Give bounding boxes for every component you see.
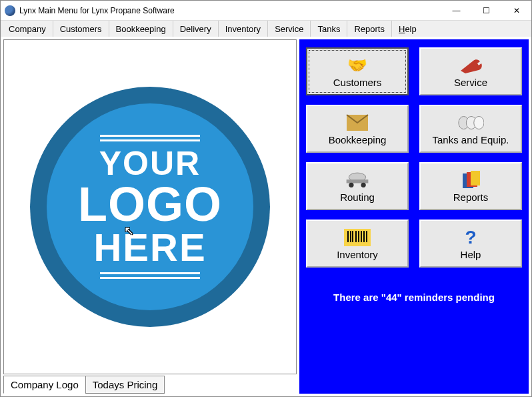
bookkeeping-button[interactable]: Bookkeeping xyxy=(306,105,409,153)
svg-point-7 xyxy=(361,182,365,187)
inventory-button[interactable]: Inventory xyxy=(306,220,409,268)
svg-point-3 xyxy=(474,116,484,129)
menu-tanks[interactable]: Tanks xyxy=(311,21,347,37)
close-button[interactable]: ✕ xyxy=(501,1,531,20)
logo-placeholder: YOUR LOGO HERE xyxy=(30,87,270,327)
menubar: Company Customers Bookkeeping Delivery I… xyxy=(1,21,531,37)
button-label: Routing xyxy=(340,191,375,203)
menu-company[interactable]: Company xyxy=(2,21,53,37)
menu-inventory[interactable]: Inventory xyxy=(219,21,268,37)
tanks-button[interactable]: Tanks and Equip. xyxy=(419,105,522,153)
menu-reports[interactable]: Reports xyxy=(347,21,392,37)
menu-delivery[interactable]: Delivery xyxy=(173,21,219,37)
minimize-button[interactable]: — xyxy=(441,1,471,20)
app-icon xyxy=(5,5,15,16)
button-label: Reports xyxy=(453,191,489,203)
question-icon: ? xyxy=(457,228,484,248)
ledger-icon xyxy=(344,113,371,133)
window-controls: — ☐ ✕ xyxy=(441,1,531,20)
button-grid: 🤝 Customers Service Bookkeeping Tan xyxy=(306,47,522,268)
svg-point-6 xyxy=(349,182,353,187)
menu-customers[interactable]: Customers xyxy=(53,21,109,37)
truck-icon xyxy=(344,170,371,190)
tab-todays-pricing[interactable]: Todays Pricing xyxy=(85,376,165,394)
tab-strip: Company Logo Todays Pricing xyxy=(3,376,297,394)
wrench-icon xyxy=(457,55,484,75)
right-panel: 🤝 Customers Service Bookkeeping Tan xyxy=(299,39,529,394)
routing-button[interactable]: Routing xyxy=(306,162,409,210)
customers-button[interactable]: 🤝 Customers xyxy=(306,47,409,95)
content: YOUR LOGO HERE ↖ Company Logo Todays Pri… xyxy=(1,37,531,396)
reminder-text: There are "44" reminders pending xyxy=(306,292,522,303)
tab-company-logo[interactable]: Company Logo xyxy=(3,376,86,394)
logo-frame: YOUR LOGO HERE ↖ xyxy=(3,39,297,374)
button-label: Customers xyxy=(333,77,382,88)
button-label: Inventory xyxy=(337,249,378,260)
menu-bookkeeping[interactable]: Bookkeeping xyxy=(109,21,173,37)
maximize-button[interactable]: ☐ xyxy=(471,1,501,20)
service-button[interactable]: Service xyxy=(419,47,522,95)
menu-service[interactable]: Service xyxy=(268,21,311,37)
handshake-icon: 🤝 xyxy=(344,55,371,75)
help-button[interactable]: ? Help xyxy=(419,220,522,268)
button-label: Bookkeeping xyxy=(329,134,387,145)
logo-text-1: YOUR xyxy=(99,147,201,180)
logo-text-2: LOGO xyxy=(78,180,222,228)
tanks-icon xyxy=(457,113,484,133)
button-label: Tanks and Equip. xyxy=(432,134,509,145)
button-label: Help xyxy=(461,249,481,260)
left-panel: YOUR LOGO HERE ↖ Company Logo Todays Pri… xyxy=(3,39,297,394)
reports-icon xyxy=(457,170,484,190)
reports-button[interactable]: Reports xyxy=(419,162,522,210)
menu-help[interactable]: Help xyxy=(392,21,423,37)
window-title: Lynx Main Menu for Lynx Propane Software xyxy=(19,6,441,15)
svg-rect-10 xyxy=(471,171,480,185)
button-label: Service xyxy=(454,77,487,88)
svg-rect-5 xyxy=(347,179,369,183)
barcode-icon xyxy=(344,228,371,248)
titlebar: Lynx Main Menu for Lynx Propane Software… xyxy=(1,1,531,21)
logo-text-3: HERE xyxy=(93,228,206,267)
